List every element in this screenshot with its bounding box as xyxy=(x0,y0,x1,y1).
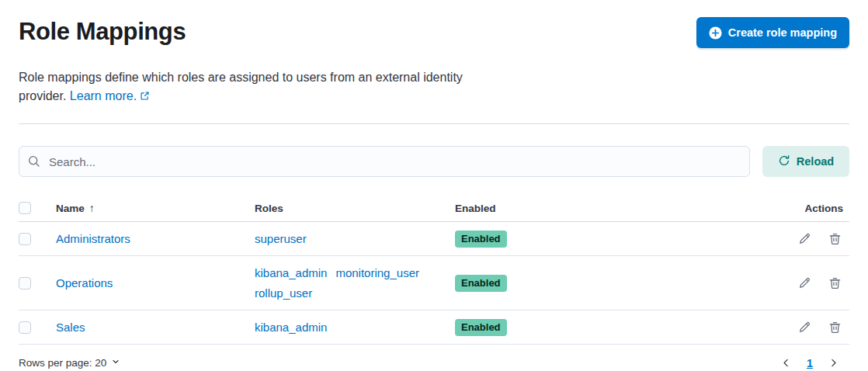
plus-in-circle-icon xyxy=(709,26,722,40)
create-role-mapping-button[interactable]: Create role mapping xyxy=(696,17,849,48)
row-checkbox[interactable] xyxy=(19,233,31,245)
column-header-enabled: Enabled xyxy=(449,197,779,222)
search-field-wrapper xyxy=(19,146,750,177)
reload-button-label: Reload xyxy=(797,155,834,168)
name-header-label: Name xyxy=(56,203,85,214)
role-link[interactable]: superuser xyxy=(255,230,307,248)
enabled-status-badge: Enabled xyxy=(455,275,507,292)
rows-per-page-button[interactable]: Rows per page: 20 xyxy=(19,357,120,369)
delete-trash-icon[interactable] xyxy=(827,231,843,247)
role-link[interactable]: rollup_user xyxy=(255,284,312,302)
search-input[interactable] xyxy=(19,146,750,177)
external-link-icon xyxy=(140,88,150,106)
section-divider xyxy=(19,123,849,124)
edit-pencil-icon[interactable] xyxy=(797,319,813,335)
edit-pencil-icon[interactable] xyxy=(797,231,813,247)
role-link[interactable]: kibana_admin xyxy=(255,264,327,282)
table-row: Administrators superuser Enabled xyxy=(19,222,849,256)
refresh-icon xyxy=(778,154,790,169)
pagination: 1 xyxy=(778,355,842,371)
row-checkbox[interactable] xyxy=(19,277,31,290)
page-description: Role mappings define which roles are ass… xyxy=(19,68,504,106)
chevron-right-icon[interactable] xyxy=(825,355,842,371)
learn-more-label: Learn more. xyxy=(70,89,137,102)
roles-header-label: Roles xyxy=(255,203,283,214)
search-icon xyxy=(28,155,40,171)
role-mapping-name-link[interactable]: Administrators xyxy=(56,232,130,245)
role-link[interactable]: kibana_admin xyxy=(255,318,327,336)
enabled-status-badge: Enabled xyxy=(455,231,507,248)
column-header-roles: Roles xyxy=(248,197,449,222)
create-button-label: Create role mapping xyxy=(728,26,837,39)
sort-ascending-icon: ↑ xyxy=(89,202,95,214)
delete-trash-icon[interactable] xyxy=(827,319,843,335)
column-header-actions: Actions xyxy=(779,197,849,222)
chevron-down-icon xyxy=(111,357,120,369)
table-row: Sales kibana_admin Enabled xyxy=(19,310,849,345)
enabled-status-badge: Enabled xyxy=(455,319,507,336)
role-mapping-name-link[interactable]: Sales xyxy=(56,321,85,334)
page-header: Role Mappings Create role mapping xyxy=(19,0,849,48)
enabled-header-label: Enabled xyxy=(455,203,496,214)
select-all-checkbox[interactable] xyxy=(19,202,31,214)
edit-pencil-icon[interactable] xyxy=(797,275,813,291)
chevron-left-icon[interactable] xyxy=(778,355,794,371)
table-row: Operations kibana_admin monitoring_user … xyxy=(19,256,849,310)
table-header-row: Name↑ Roles Enabled Actions xyxy=(19,197,849,222)
table-toolbar: Reload xyxy=(19,146,849,177)
table-footer: Rows per page: 20 1 xyxy=(19,355,849,371)
actions-header-label: Actions xyxy=(804,203,843,214)
reload-button[interactable]: Reload xyxy=(762,146,849,177)
row-checkbox[interactable] xyxy=(19,321,31,334)
pagination-page-1[interactable]: 1 xyxy=(804,355,816,371)
role-link[interactable]: monitoring_user xyxy=(335,264,419,282)
delete-trash-icon[interactable] xyxy=(827,275,843,291)
learn-more-link[interactable]: Learn more. xyxy=(70,89,150,102)
rows-per-page-label: Rows per page: 20 xyxy=(19,357,106,369)
role-mappings-page: Role Mappings Create role mapping Role m… xyxy=(0,0,868,371)
role-mapping-name-link[interactable]: Operations xyxy=(56,276,113,290)
role-mappings-table: Name↑ Roles Enabled Actions Administrato… xyxy=(19,197,849,345)
column-header-name[interactable]: Name↑ xyxy=(50,197,248,222)
page-title: Role Mappings xyxy=(19,17,186,47)
